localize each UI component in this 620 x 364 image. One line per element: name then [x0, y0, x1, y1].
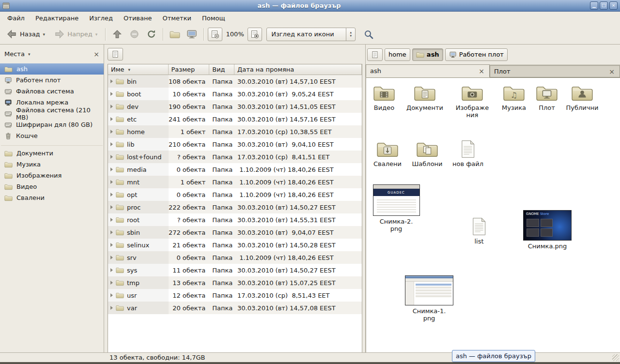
column-header-2[interactable]: Вид — [209, 64, 234, 75]
tab-ash[interactable]: ash× — [366, 64, 490, 77]
back-button[interactable]: Назад ▾ — [3, 28, 49, 41]
icon-item-snimka[interactable]: GNOME StoreСнимка.png — [518, 210, 576, 250]
sidebar-item-pictures[interactable]: Изображения — [0, 170, 104, 181]
taskbar-window-button[interactable]: ash — файлов браузър — [452, 350, 535, 362]
icon-item-public[interactable]: Публични — [553, 84, 611, 111]
sidebar-item-desktop[interactable]: Работен плот — [0, 75, 104, 86]
file-row-media[interactable]: media 0 обекта Папка 1.10.2009 (чт) 18,4… — [108, 163, 362, 176]
file-row-usr[interactable]: usr 12 обекта Папка 17.03.2010 (ср) 8,51… — [108, 289, 362, 302]
minimize-button[interactable]: ▁ — [590, 1, 598, 10]
icon-view[interactable]: ВидеоДокументиИзображения♫МузикаПлотПубл… — [366, 77, 620, 352]
sidebar-item-music[interactable]: Музика — [0, 159, 104, 170]
sidebar-item-encrypted-80[interactable]: Шифриран дял (80 GB) — [0, 119, 104, 130]
up-button[interactable] — [109, 27, 125, 42]
file-row-selinux[interactable]: selinux 21 обекта Папка 30.03.2010 (вт) … — [108, 239, 362, 251]
forward-button[interactable]: Напред ▾ — [50, 28, 101, 41]
resize-grip[interactable] — [612, 354, 619, 361]
stop-button[interactable] — [126, 27, 142, 42]
icon-item-new-file[interactable]: нов файл — [439, 140, 497, 167]
places-selector[interactable]: Места ▾ — [4, 50, 30, 58]
path-button-ash[interactable]: ash — [412, 48, 443, 61]
tab-close-icon[interactable]: × — [608, 68, 616, 76]
view-mode-select[interactable]: Изглед като икони ▴▾ — [266, 28, 356, 41]
expander-icon[interactable] — [110, 130, 113, 134]
menu-file[interactable]: Файл — [2, 13, 30, 24]
sidebar-item-downloads[interactable]: Свалени — [0, 192, 104, 203]
expander-icon[interactable] — [110, 218, 113, 222]
icon-item-snimka-2[interactable]: GUADECСнимка-2.png — [367, 184, 425, 232]
column-header-1[interactable]: Размер — [169, 64, 210, 75]
computer-button[interactable] — [184, 27, 200, 42]
menu-bookmarks[interactable]: Отметки — [157, 13, 196, 24]
file-row-tmp[interactable]: tmp 13 обекта Папка 30.03.2010 (вт) 15,0… — [108, 276, 362, 289]
tab-plot[interactable]: Плот× — [490, 65, 620, 77]
expander-icon[interactable] — [110, 92, 113, 96]
search-button[interactable] — [361, 27, 376, 42]
menu-help[interactable]: Помощ — [197, 13, 231, 24]
file-row-lost+found[interactable]: lost+found ? обекта Папка 17.03.2010 (ср… — [108, 151, 362, 163]
zoom-in-button[interactable] — [248, 28, 262, 41]
path-button-root[interactable] — [367, 48, 383, 61]
expander-icon[interactable] — [110, 180, 113, 184]
file-row-dev[interactable]: dev 190 обекта Папка 30.03.2010 (вт) 14,… — [108, 100, 362, 113]
expander-icon[interactable] — [110, 256, 113, 259]
path-button-desktop[interactable]: Работен плот — [445, 48, 508, 61]
file-row-etc[interactable]: etc 241 обекта Папка 30.03.2010 (вт) 14,… — [108, 113, 362, 125]
sidebar-item-videos[interactable]: Видео — [0, 181, 104, 192]
file-row-proc[interactable]: proc 222 обекта Папка 30.03.2010 (вт) 14… — [108, 201, 362, 213]
path-button-root[interactable] — [108, 48, 123, 61]
expander-icon[interactable] — [110, 79, 113, 83]
reload-button[interactable] — [143, 27, 159, 42]
sidebar-item-filesystem-210[interactable]: Файлова система (210 MB) — [0, 108, 104, 119]
tab-close-icon[interactable]: × — [478, 67, 485, 75]
maximize-button[interactable]: □ — [600, 1, 608, 10]
file-date: 17.03.2010 (ср) 8,51,43 EET — [234, 289, 362, 302]
expander-icon[interactable] — [110, 268, 113, 272]
column-header-3[interactable]: Дата на промяна — [234, 64, 362, 75]
back-dropdown-icon[interactable]: ▾ — [43, 32, 46, 37]
sidebar-close-icon[interactable]: × — [93, 50, 99, 58]
expander-icon[interactable] — [110, 155, 113, 159]
file-row-boot[interactable]: boot 10 обекта Папка 30.03.2010 (вт) 9,0… — [108, 88, 362, 100]
expander-icon[interactable] — [110, 306, 113, 310]
file-row-sbin[interactable]: sbin 272 обекта Папка 30.03.2010 (вт) 9,… — [108, 226, 362, 239]
menu-go[interactable]: Отиване — [118, 13, 157, 24]
combo-arrows-icon[interactable]: ▴▾ — [346, 28, 355, 41]
file-date: 30.03.2010 (вт) 9,04,10 EEST — [234, 138, 362, 151]
sidebar-item-trash[interactable]: Кошче — [0, 130, 104, 141]
expander-icon[interactable] — [110, 167, 113, 171]
titlebar[interactable]: ash — файлов браузър ▁ □ × — [0, 0, 620, 12]
icon-item-list[interactable]: list — [450, 217, 508, 245]
zoom-out-button[interactable] — [208, 28, 222, 41]
file-row-var[interactable]: var 20 обекта Папка 30.03.2010 (вт) 14,5… — [108, 302, 362, 314]
sidebar-item-ash[interactable]: ash — [0, 63, 104, 75]
expander-icon[interactable] — [110, 281, 113, 285]
file-row-lib[interactable]: lib 210 обекта Папка 30.03.2010 (вт) 9,0… — [108, 138, 362, 151]
file-row-sys[interactable]: sys 11 обекта Папка 30.03.2010 (вт) 14,5… — [108, 264, 362, 276]
expander-icon[interactable] — [110, 230, 113, 234]
expander-icon[interactable] — [110, 205, 113, 209]
expander-icon[interactable] — [110, 105, 113, 108]
file-row-home[interactable]: home 1 обект Папка 17.03.2010 (ср) 10,38… — [108, 125, 362, 138]
expander-icon[interactable] — [110, 243, 113, 247]
file-row-mnt[interactable]: mnt 1 обект Папка 1.10.2009 (чт) 18,40,2… — [108, 176, 362, 188]
column-header-0[interactable]: Име▾ — [108, 64, 169, 75]
file-row-opt[interactable]: opt 0 обекта Папка 1.10.2009 (чт) 18,40,… — [108, 188, 362, 201]
file-row-bin[interactable]: bin 108 обекта Папка 30.03.2010 (вт) 14,… — [108, 75, 362, 88]
home-folder-button[interactable] — [167, 27, 183, 42]
file-row-srv[interactable]: srv 0 обекта Папка 1.10.2009 (чт) 18,40,… — [108, 251, 362, 264]
menu-view[interactable]: Изглед — [84, 13, 118, 24]
path-button-home[interactable]: home — [385, 48, 410, 61]
sidebar-item-documents[interactable]: Документи — [0, 148, 104, 159]
icon-item-snimka-1[interactable]: Снимка-1.png — [400, 275, 458, 322]
file-row-root[interactable]: root ? обекта Папка 30.03.2010 (вт) 14,5… — [108, 213, 362, 226]
document-icon — [111, 50, 119, 58]
sidebar-item-filesystem[interactable]: Файлова система — [0, 86, 104, 97]
expander-icon[interactable] — [110, 117, 113, 121]
expander-icon[interactable] — [110, 293, 113, 297]
expander-icon[interactable] — [110, 193, 113, 197]
forward-dropdown-icon[interactable]: ▾ — [95, 32, 98, 37]
expander-icon[interactable] — [110, 142, 113, 146]
menu-edit[interactable]: Редактиране — [30, 13, 84, 24]
close-button[interactable]: × — [609, 1, 618, 10]
